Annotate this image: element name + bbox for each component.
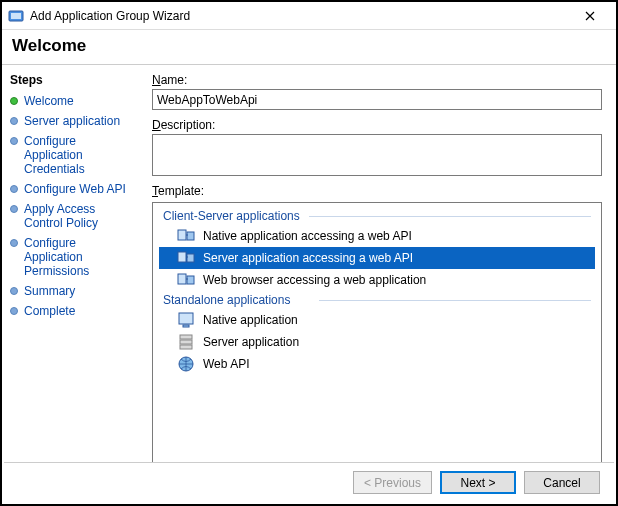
step-label: Server application bbox=[24, 114, 120, 128]
template-label: Template: bbox=[152, 184, 602, 198]
svg-rect-4 bbox=[178, 252, 186, 262]
template-item-label: Native application accessing a web API bbox=[203, 229, 412, 243]
steps-sidebar: Steps WelcomeServer applicationConfigure… bbox=[2, 65, 142, 503]
step-item-2[interactable]: Configure Application Credentials bbox=[6, 131, 138, 179]
step-item-3[interactable]: Configure Web API bbox=[6, 179, 138, 199]
wizard-footer: < Previous Next > Cancel bbox=[4, 462, 614, 502]
template-item-label: Web API bbox=[203, 357, 249, 371]
name-input[interactable] bbox=[152, 89, 602, 110]
step-item-1[interactable]: Server application bbox=[6, 111, 138, 131]
web-api-icon bbox=[177, 355, 195, 373]
svg-rect-6 bbox=[178, 274, 186, 284]
previous-button[interactable]: < Previous bbox=[353, 471, 432, 494]
page-title: Welcome bbox=[12, 36, 606, 56]
browser-webapp-icon bbox=[177, 271, 195, 289]
svg-rect-12 bbox=[180, 345, 192, 349]
server-webapi-icon bbox=[177, 249, 195, 267]
svg-rect-1 bbox=[11, 13, 21, 19]
svg-rect-2 bbox=[178, 230, 186, 240]
close-button[interactable] bbox=[570, 4, 610, 28]
steps-heading: Steps bbox=[6, 71, 138, 91]
titlebar: Add Application Group Wizard bbox=[2, 2, 616, 30]
description-input[interactable] bbox=[152, 134, 602, 176]
template-item[interactable]: Server application bbox=[159, 331, 595, 353]
svg-rect-8 bbox=[179, 313, 193, 324]
app-icon bbox=[8, 8, 24, 24]
wizard-header: Welcome bbox=[2, 30, 616, 65]
step-bullet-icon bbox=[10, 117, 18, 125]
step-item-6[interactable]: Summary bbox=[6, 281, 138, 301]
step-label: Summary bbox=[24, 284, 75, 298]
template-list[interactable]: Client-Server applications Native applic… bbox=[152, 202, 602, 469]
svg-rect-11 bbox=[180, 340, 192, 344]
template-group-standalone: Standalone applications bbox=[159, 291, 595, 309]
main-panel: Name: Description: Template: Client-Serv… bbox=[142, 65, 616, 503]
step-bullet-icon bbox=[10, 205, 18, 213]
template-item-label: Server application accessing a web API bbox=[203, 251, 413, 265]
native-app-icon bbox=[177, 311, 195, 329]
step-label: Configure Application Permissions bbox=[24, 236, 134, 278]
step-item-4[interactable]: Apply Access Control Policy bbox=[6, 199, 138, 233]
svg-rect-9 bbox=[183, 325, 189, 327]
template-group-client-server: Client-Server applications bbox=[159, 207, 595, 225]
template-item[interactable]: Server application accessing a web API bbox=[159, 247, 595, 269]
cancel-button[interactable]: Cancel bbox=[524, 471, 600, 494]
step-label: Welcome bbox=[24, 94, 74, 108]
native-webapi-icon bbox=[177, 227, 195, 245]
step-bullet-icon bbox=[10, 185, 18, 193]
step-label: Configure Web API bbox=[24, 182, 126, 196]
window-title: Add Application Group Wizard bbox=[30, 9, 570, 23]
template-item[interactable]: Web API bbox=[159, 353, 595, 375]
step-label: Complete bbox=[24, 304, 75, 318]
step-item-7[interactable]: Complete bbox=[6, 301, 138, 321]
step-item-5[interactable]: Configure Application Permissions bbox=[6, 233, 138, 281]
template-item-label: Server application bbox=[203, 335, 299, 349]
svg-rect-3 bbox=[187, 232, 194, 240]
template-item[interactable]: Native application bbox=[159, 309, 595, 331]
svg-rect-5 bbox=[187, 254, 194, 262]
step-bullet-icon bbox=[10, 287, 18, 295]
step-label: Configure Application Credentials bbox=[24, 134, 134, 176]
template-item[interactable]: Web browser accessing a web application bbox=[159, 269, 595, 291]
svg-rect-10 bbox=[180, 335, 192, 339]
template-item-label: Native application bbox=[203, 313, 298, 327]
server-app-icon bbox=[177, 333, 195, 351]
step-bullet-icon bbox=[10, 137, 18, 145]
next-button[interactable]: Next > bbox=[440, 471, 516, 494]
name-label: Name: bbox=[152, 73, 602, 87]
template-item[interactable]: Native application accessing a web API bbox=[159, 225, 595, 247]
description-label: Description: bbox=[152, 118, 602, 132]
step-bullet-icon bbox=[10, 307, 18, 315]
step-label: Apply Access Control Policy bbox=[24, 202, 134, 230]
template-item-label: Web browser accessing a web application bbox=[203, 273, 426, 287]
step-item-0[interactable]: Welcome bbox=[6, 91, 138, 111]
svg-rect-7 bbox=[187, 276, 194, 284]
step-bullet-icon bbox=[10, 239, 18, 247]
step-bullet-icon bbox=[10, 97, 18, 105]
